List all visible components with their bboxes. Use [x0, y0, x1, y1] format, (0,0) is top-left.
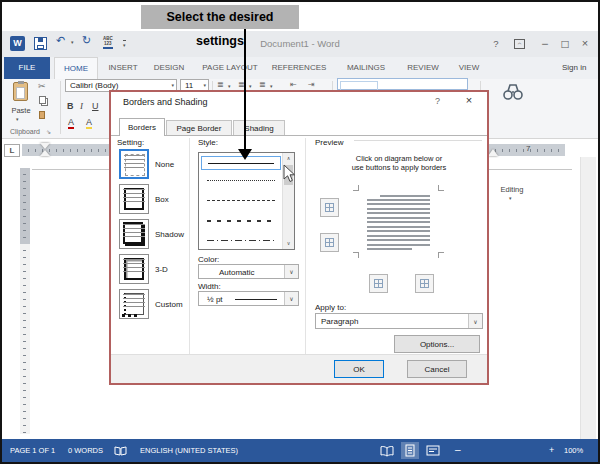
proofing-icon[interactable] [114, 445, 127, 457]
setting-3d-label[interactable]: 3-D [155, 265, 168, 274]
hanging-indent-marker[interactable] [40, 150, 50, 156]
style-option-dash-dot[interactable] [201, 234, 281, 248]
bold-button[interactable]: B [67, 101, 74, 111]
tab-mailings[interactable]: MAILINGS [340, 57, 392, 79]
zoom-level[interactable]: 100% [564, 439, 583, 462]
tab-references[interactable]: REFERENCES [266, 57, 332, 79]
cancel-button[interactable]: Cancel [407, 360, 467, 378]
zoom-out-button[interactable]: − [454, 439, 462, 462]
tab-borders[interactable]: Borders [119, 118, 165, 136]
options-button[interactable]: Options... [394, 335, 480, 353]
right-indent-marker[interactable] [488, 149, 498, 156]
style-list[interactable]: ∧ ∨ [198, 152, 295, 250]
highlight-button[interactable]: A [86, 117, 92, 129]
web-layout-button[interactable] [424, 442, 442, 459]
tab-file[interactable]: FILE [4, 57, 50, 79]
bullets-icon[interactable]: ≣ [217, 80, 224, 89]
tab-review[interactable]: REVIEW [400, 57, 446, 79]
left-border-button[interactable] [369, 274, 388, 293]
tab-home[interactable]: HOME [54, 57, 98, 79]
close-button[interactable]: × [578, 37, 592, 49]
sign-in-link[interactable]: Sign in [562, 57, 586, 79]
vertical-ruler[interactable] [20, 168, 30, 244]
bottom-border-button[interactable] [320, 233, 339, 252]
tab-shading[interactable]: Shading [233, 120, 285, 136]
preview-text-block[interactable] [367, 199, 430, 246]
style-label: Style: [198, 138, 218, 147]
width-combo[interactable]: ½ pt ∨ [198, 291, 299, 306]
top-border-button[interactable] [320, 198, 339, 217]
chevron-down-icon[interactable]: ▾ [249, 83, 252, 89]
chevron-down-icon[interactable]: ▾ [270, 83, 273, 89]
editing-group-label[interactable]: Editing [489, 185, 535, 194]
setting-custom-button[interactable] [119, 289, 149, 319]
line-spacing-icon[interactable]: ≣ [259, 80, 266, 89]
chevron-down-icon[interactable]: ∨ [284, 265, 298, 278]
zoom-in-button[interactable]: + [549, 439, 554, 462]
scroll-down-icon[interactable]: ∨ [283, 238, 294, 249]
cut-icon[interactable]: ✂ [38, 81, 46, 91]
chevron-down-icon[interactable]: ▾ [228, 83, 231, 89]
paste-button-label[interactable]: Paste [4, 106, 38, 115]
setting-custom-label[interactable]: Custom [155, 300, 183, 309]
font-color-button[interactable]: A [68, 117, 74, 129]
preview-text-line[interactable] [367, 248, 412, 250]
horizontal-ruler[interactable] [22, 144, 109, 156]
paste-icon[interactable] [13, 82, 28, 101]
annotation-arrowhead-icon [238, 149, 252, 160]
setting-shadow-button[interactable] [119, 219, 149, 249]
right-border-button[interactable] [415, 274, 434, 293]
paste-dropdown-icon[interactable]: ▾ [16, 116, 19, 122]
italic-button[interactable]: I [80, 101, 83, 111]
setting-none-button[interactable] [119, 149, 149, 179]
scroll-up-icon[interactable]: ∧ [283, 153, 294, 164]
preview-text-line[interactable] [380, 195, 430, 197]
style-option-dashed-medium[interactable] [201, 214, 281, 228]
preview-corner-mark [438, 252, 444, 258]
chevron-down-icon[interactable]: ∨ [284, 292, 298, 305]
vertical-scrollbar[interactable] [580, 157, 596, 439]
decrease-indent-icon[interactable]: ⇤ [290, 80, 297, 89]
borders-and-shading-dialog: Borders and Shading ? × Borders Page Bor… [109, 90, 489, 385]
setting-none-label[interactable]: None [155, 160, 174, 169]
underline-button[interactable]: U [92, 101, 99, 111]
chevron-down-icon[interactable]: ▾ [171, 82, 174, 88]
styles-gallery[interactable] [337, 78, 468, 90]
page-indicator[interactable]: PAGE 1 OF 1 [10, 439, 55, 462]
editing-dropdown-icon[interactable]: ▾ [509, 195, 512, 201]
copy-icon[interactable] [39, 96, 46, 104]
dialog-close-button[interactable]: × [461, 94, 477, 106]
find-binoculars-icon[interactable] [502, 82, 524, 102]
first-line-indent-marker[interactable] [40, 143, 50, 149]
clipboard-dialog-launcher-icon[interactable]: ⇘ [46, 128, 51, 135]
setting-shadow-label[interactable]: Shadow [155, 230, 184, 239]
style-option-dashed-small[interactable] [201, 194, 281, 208]
ribbon-display-options-button[interactable]: ^ [514, 39, 525, 49]
vertical-ruler[interactable] [20, 244, 30, 434]
setting-box-button[interactable] [119, 184, 149, 214]
word-count[interactable]: 0 WORDS [68, 439, 103, 462]
minimize-button[interactable]: − [538, 38, 552, 50]
tab-insert[interactable]: INSERT [101, 57, 145, 79]
increase-indent-icon[interactable]: ⇥ [308, 80, 315, 89]
ok-button[interactable]: OK [334, 360, 384, 378]
tab-page-border[interactable]: Page Border [166, 120, 232, 136]
print-layout-button[interactable] [401, 442, 419, 459]
tab-view[interactable]: VIEW [452, 57, 486, 79]
setting-3d-button[interactable] [119, 254, 149, 284]
help-button[interactable]: ? [489, 38, 503, 50]
apply-to-combo[interactable]: Paragraph ∨ [315, 313, 483, 329]
language-indicator[interactable]: ENGLISH (UNITED STATES) [140, 439, 238, 462]
read-mode-button[interactable] [378, 442, 396, 459]
setting-box-label[interactable]: Box [155, 195, 169, 204]
tab-selector[interactable]: L [4, 144, 20, 157]
tab-design[interactable]: DESIGN [148, 57, 190, 79]
chevron-down-icon[interactable]: ▾ [203, 82, 206, 88]
format-painter-icon[interactable] [39, 111, 45, 119]
style-option-dotted[interactable] [201, 174, 281, 188]
chevron-down-icon[interactable]: ∨ [468, 314, 482, 328]
dialog-help-button[interactable]: ? [435, 96, 440, 106]
maximize-button[interactable]: □ [558, 38, 572, 50]
color-combo[interactable]: Automatic ∨ [198, 264, 299, 279]
tab-page-layout[interactable]: PAGE LAYOUT [198, 57, 262, 79]
